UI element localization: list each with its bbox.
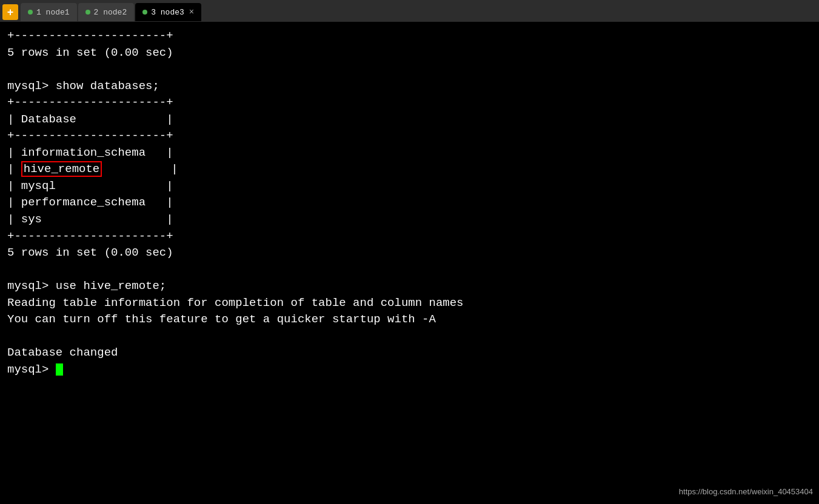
terminal-line-sys: | sys | (7, 211, 812, 228)
tab-node3[interactable]: 3 node3 × (135, 3, 201, 21)
terminal-line-rows1: 5 rows in set (0.00 sec) (7, 45, 812, 62)
terminal-line-dbchanged: Database changed (7, 345, 812, 362)
tab-dot-node1 (28, 10, 33, 15)
terminal-line-blank1 (7, 61, 812, 78)
terminal-line-blank3 (7, 328, 812, 345)
terminal-line-mysql: | mysql | (7, 178, 812, 195)
terminal-line-sep4: +----------------------+ (7, 228, 812, 245)
tab-label-node3: 3 node3 (151, 8, 184, 17)
tab-close-node3[interactable]: × (189, 7, 194, 17)
terminal-line-cmd1: mysql> show databases; (7, 78, 812, 95)
tab-label-node2: 2 node2 (94, 8, 127, 17)
terminal-line-rows2: 5 rows in set (0.00 sec) (7, 245, 812, 262)
terminal-window: + 1 node1 2 node2 3 node3 × +-----------… (0, 0, 819, 504)
terminal-line-info-schema: | information_schema | (7, 145, 812, 162)
tab-node2[interactable]: 2 node2 (78, 3, 135, 21)
terminal-line-header: | Database | (7, 111, 812, 128)
tab-dot-node2 (85, 10, 90, 15)
terminal-cursor (56, 363, 63, 376)
terminal-line-blank2 (7, 262, 812, 279)
add-tab-button[interactable]: + (2, 4, 18, 20)
terminal-line-perf-schema: | performance_schema | (7, 194, 812, 211)
terminal-line-sep3: +----------------------+ (7, 128, 812, 145)
tab-node1[interactable]: 1 node1 (21, 3, 77, 21)
tab-label-node1: 1 node1 (36, 8, 70, 17)
terminal-line-youcan: You can turn off this feature to get a q… (7, 311, 812, 328)
terminal-output[interactable]: +----------------------+ 5 rows in set (… (0, 23, 819, 504)
terminal-line-reading: Reading table information for completion… (7, 295, 812, 312)
tab-dot-node3 (142, 10, 147, 15)
watermark: https://blog.csdn.net/weixin_40453404 (679, 486, 813, 498)
hive-remote-highlight: hive_remote (21, 161, 102, 177)
terminal-line-prompt-end: mysql> (7, 362, 812, 379)
terminal-line-cmd2: mysql> use hive_remote; (7, 278, 812, 295)
terminal-line-sep1: +----------------------+ (7, 28, 812, 45)
terminal-line-hive-remote: | hive_remote | (7, 161, 812, 178)
tab-bar: + 1 node1 2 node2 3 node3 × (0, 0, 819, 23)
terminal-line-sep2: +----------------------+ (7, 94, 812, 111)
